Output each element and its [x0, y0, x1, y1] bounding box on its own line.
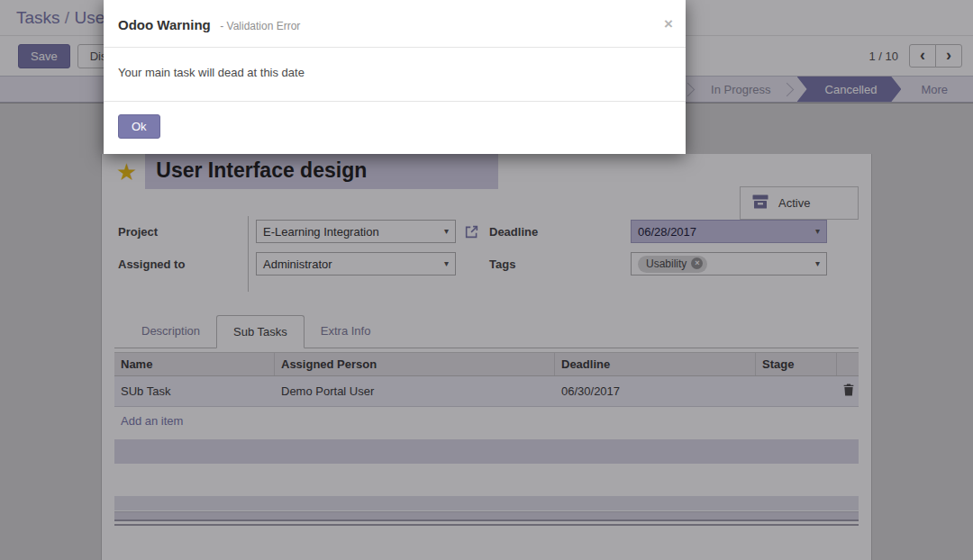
dialog-message: Your main task will dead at this date: [104, 48, 686, 102]
warning-dialog: Odoo Warning - Validation Error × Your m…: [104, 0, 686, 154]
dialog-header: Odoo Warning - Validation Error ×: [104, 0, 686, 48]
dialog-footer: Ok: [104, 102, 686, 154]
close-icon[interactable]: ×: [664, 16, 673, 32]
app-window: Tasks / User Interface design Save Disca…: [0, 0, 973, 560]
dialog-title: Odoo Warning: [118, 17, 211, 32]
dialog-subtitle: - Validation Error: [220, 20, 300, 32]
ok-button[interactable]: Ok: [118, 114, 160, 139]
